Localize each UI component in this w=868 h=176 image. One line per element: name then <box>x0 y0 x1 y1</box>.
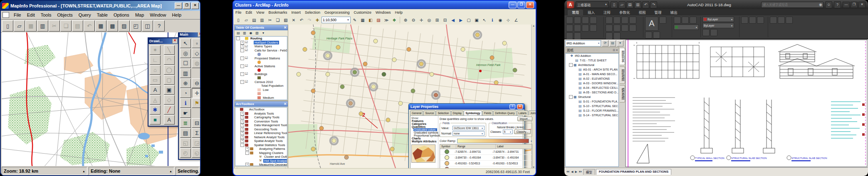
edit-block-icon[interactable] <box>757 17 764 24</box>
toc-layer-row[interactable]: - ☑ Calls for Service - Feb07 <box>235 49 287 53</box>
menu-item[interactable]: View <box>254 10 266 15</box>
pan-tool-icon[interactable]: ✛ <box>192 88 200 98</box>
boundary-select-icon[interactable]: ☐ <box>180 59 191 68</box>
label-column-header[interactable]: Label <box>496 144 532 149</box>
expand-icon[interactable]: - <box>240 143 244 147</box>
editor-toolbar-icon[interactable]: ✎ <box>351 16 359 24</box>
expand-icon[interactable] <box>575 86 578 89</box>
zoom-status-cell[interactable]: Zoom: 18.92 km▲ <box>2 167 87 175</box>
clip-target-icon[interactable]: ◵ <box>192 148 200 158</box>
search-icon[interactable]: ◉ <box>818 2 823 8</box>
toolbox-row[interactable]: + Analyzing Patterns <box>235 147 287 151</box>
list-by-source-icon[interactable]: ▥ <box>242 30 247 36</box>
sheet-row[interactable]: ▤ A-05 - SECTIONS AND D... <box>566 90 618 95</box>
assign-district-icon[interactable]: ◲ <box>192 138 200 148</box>
forward-extent-icon[interactable]: ▶ <box>457 16 465 24</box>
identify-icon[interactable]: ℹ <box>489 16 496 24</box>
toc-layer-row[interactable]: + ☑ Mains Types <box>235 44 287 49</box>
toc-options-icon[interactable]: ▾ <box>260 30 266 36</box>
ruler-icon[interactable]: ⊟ <box>192 118 200 128</box>
expand-icon[interactable] <box>575 82 578 85</box>
menu-item[interactable]: Help <box>169 12 184 17</box>
expand-icon[interactable] <box>250 88 252 91</box>
list-by-drawing-order-icon[interactable]: ▤ <box>235 30 241 36</box>
sheet-row[interactable]: ▤ S-01 - FOUNDATION PLA... <box>566 99 618 104</box>
menu-item[interactable]: File <box>11 12 24 17</box>
fillet-icon[interactable] <box>613 24 621 32</box>
undo-icon[interactable]: ↶ <box>298 16 305 24</box>
sheet-row[interactable]: ▤ S-10 - STRUCTURAL SEC... <box>566 104 618 108</box>
expand-icon[interactable]: + <box>240 131 244 135</box>
array-icon[interactable] <box>606 32 613 39</box>
new-redistricter-icon[interactable]: ◫ <box>142 20 153 32</box>
ribbon-tab[interactable]: 插入 <box>584 10 599 15</box>
expand-icon[interactable] <box>250 96 252 99</box>
dialog-tab[interactable]: Symbology <box>464 110 482 115</box>
help-icon[interactable]: ? <box>834 1 841 8</box>
dialog-tab[interactable]: General <box>410 110 423 115</box>
layer-visibility-checkbox[interactable]: ☑ <box>245 72 248 76</box>
toc-panel-titlebar[interactable]: Table Of Contents ✕ <box>235 25 288 30</box>
arc-icon[interactable] <box>590 17 597 24</box>
expand-icon[interactable] <box>236 108 239 111</box>
main-toolbar-titlebar[interactable]: Main ✕ <box>179 32 200 37</box>
expand-icon[interactable] <box>575 73 578 76</box>
line-tool-icon[interactable]: ╲ <box>164 45 175 55</box>
class-row[interactable]: -3.694730 - -0.491064 -3.694730 - -0.491… <box>440 155 532 161</box>
text-tool-icon[interactable]: A <box>150 85 161 95</box>
open-icon[interactable]: ▱ <box>618 1 626 8</box>
trim-icon[interactable] <box>621 17 628 24</box>
signin-icon[interactable]: ☺ <box>825 1 832 8</box>
menu-item[interactable]: Selection <box>303 10 322 15</box>
dialog-tab[interactable]: Fields <box>482 110 493 115</box>
toc-layer-row[interactable]: - Routing <box>235 37 287 41</box>
help-icon[interactable]: ? <box>509 104 515 109</box>
class-row[interactable]: -7.626574 - -3.694731 -7.626574 - -3.694… <box>440 149 532 155</box>
expand-icon[interactable]: - <box>245 151 249 155</box>
zoom-out-icon[interactable]: ⊖ <box>192 78 200 88</box>
palette-tab[interactable]: 图纸视图 <box>620 66 625 84</box>
toc-layer-row[interactable]: + ☑ HotSpot Clusters <box>235 41 287 45</box>
set-target-district-icon[interactable]: ◱ <box>180 138 191 148</box>
sheet-row[interactable]: - ▦ Architectural <box>566 63 618 67</box>
polyline-icon[interactable] <box>574 17 581 24</box>
create-block-icon[interactable] <box>749 17 756 24</box>
polygon-tool-icon[interactable]: ⌂ <box>150 65 161 75</box>
show-tree-item[interactable]: Categories <box>411 122 437 125</box>
toc-layer-row[interactable]: Low <box>235 88 287 92</box>
save-table-icon[interactable]: ▦ <box>25 20 37 32</box>
expand-icon[interactable]: - <box>240 64 244 68</box>
sheets-header[interactable]: 图纸 ⊟▾ <box>565 47 619 53</box>
prev-layout-icon[interactable]: ◀ <box>571 170 574 174</box>
drawing-toolbar-titlebar[interactable]: Drawi... ✕ <box>148 38 178 44</box>
match-properties-icon[interactable] <box>702 29 710 36</box>
ribbon-tab[interactable]: 参数化 <box>615 10 634 15</box>
maximize-button[interactable]: ❐ <box>517 2 525 8</box>
rectangle-tool-icon[interactable]: ▭ <box>150 75 161 85</box>
collapse-icon[interactable]: ⊟ <box>613 49 616 52</box>
label-tool-icon[interactable]: ⚑ <box>192 98 200 108</box>
arc-tool-icon[interactable]: ◠ <box>164 55 175 65</box>
add-node-tool-icon[interactable]: ◇ <box>164 95 175 105</box>
expand-icon[interactable]: + <box>240 127 244 131</box>
sheet-row[interactable]: ▤ A-03 - DOORS WINDOW... <box>566 81 618 86</box>
region-style-icon[interactable]: ■ <box>150 115 161 125</box>
radius-select-icon[interactable]: ◎ <box>180 49 191 58</box>
expand-icon[interactable]: - <box>569 95 573 99</box>
menu-item[interactable]: Customize <box>352 10 374 15</box>
cut-icon[interactable]: ✂ <box>49 20 60 32</box>
layer-visibility-checkbox[interactable]: ☑ <box>245 64 248 68</box>
toc-layer-row[interactable] <box>235 60 287 64</box>
sheet-row[interactable]: ▤ T-01 - TITLE SHEET <box>566 58 618 63</box>
fixed-zoom-out-icon[interactable]: ⊟ <box>441 16 449 24</box>
dimension-icon[interactable] <box>659 17 666 24</box>
cut-icon[interactable]: ✂ <box>266 16 274 24</box>
table-icon[interactable] <box>653 32 660 39</box>
toolbox-row[interactable]: ⚒ Hot Spot Analysis (Getis-Ord Gi*) <box>235 159 287 163</box>
layer-freeze-icon[interactable] <box>690 17 697 24</box>
expand-icon[interactable]: - <box>240 49 244 52</box>
sheet-set-combo[interactable]: IRD Addition▼ <box>565 40 601 46</box>
map-scale-combo[interactable]: 1:10,500▼ <box>321 17 351 23</box>
region-icon[interactable] <box>574 32 581 39</box>
expand-icon[interactable]: + <box>240 115 244 119</box>
